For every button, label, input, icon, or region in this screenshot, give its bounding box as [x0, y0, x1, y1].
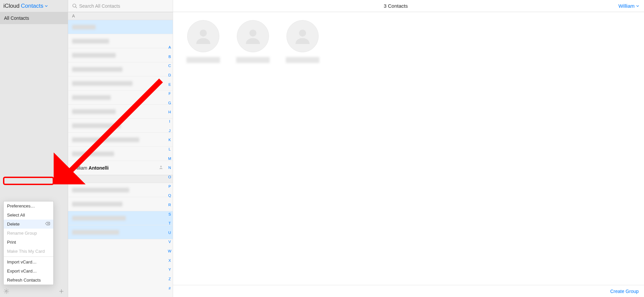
alpha-index-letter[interactable]: Y [168, 268, 171, 272]
redacted-name [186, 57, 220, 63]
menu-item-label: Import vCard… [7, 259, 37, 264]
menu-item-label: Refresh Contacts [7, 278, 41, 283]
menu-item-select-all[interactable]: Select All [4, 211, 53, 220]
person-icon [194, 27, 213, 46]
selected-contact-card [286, 20, 319, 63]
alpha-index-letter[interactable]: F [168, 92, 171, 96]
redacted-name [72, 137, 139, 142]
alpha-index-letter[interactable]: # [168, 287, 171, 290]
contact-row[interactable] [68, 105, 173, 119]
chevron-down-icon [636, 4, 639, 8]
alpha-index-letter[interactable]: E [168, 83, 171, 86]
redacted-name [72, 188, 129, 192]
menu-item-preferences[interactable]: Preferences… [4, 201, 53, 211]
alpha-index-letter[interactable]: C [168, 64, 171, 68]
contact-row[interactable] [68, 225, 173, 239]
menu-item-label: Rename Group [7, 231, 37, 236]
alpha-index-letter[interactable]: R [168, 203, 171, 207]
contact-row[interactable] [68, 147, 173, 161]
alpha-index-letter[interactable]: K [168, 138, 171, 142]
sidebar-toolbar [0, 286, 68, 297]
alpha-index-letter[interactable]: H [168, 110, 171, 114]
menu-item-label: Export vCard… [7, 269, 37, 274]
settings-button[interactable] [3, 288, 9, 294]
alpha-index-letter[interactable]: A [168, 46, 171, 49]
avatar-placeholder [237, 20, 269, 52]
search-bar[interactable] [68, 0, 173, 12]
gear-icon [3, 288, 9, 294]
alpha-index-letter[interactable]: U [168, 231, 171, 235]
alpha-index-letter[interactable]: W [168, 249, 171, 253]
contact-list[interactable]: AWilliamAntonelliB [68, 12, 173, 297]
app-switcher[interactable]: Contacts [21, 3, 48, 9]
redacted-name [72, 123, 121, 128]
redacted-name [72, 230, 119, 235]
alpha-index-letter[interactable]: M [168, 157, 171, 161]
redacted-name [72, 202, 122, 206]
alpha-index-letter[interactable]: P [168, 185, 171, 188]
svg-point-2 [6, 291, 7, 292]
section-header: A [68, 12, 173, 20]
alpha-index-letter[interactable]: X [168, 259, 171, 262]
menu-item-delete[interactable]: Delete [4, 220, 53, 229]
alpha-index-letter[interactable]: B [168, 55, 171, 59]
contact-last-name: Antonelli [89, 165, 109, 171]
sidebar: All Contacts Preferences…Select AllDelet… [0, 12, 68, 297]
selected-contact-card [186, 20, 220, 63]
alpha-index-letter[interactable]: T [168, 222, 171, 225]
contact-row[interactable] [68, 62, 173, 76]
redacted-name [72, 216, 126, 221]
account-menu[interactable]: William [619, 0, 644, 12]
alpha-index-letter[interactable]: J [168, 129, 171, 133]
brand-area: iCloud Contacts [0, 0, 68, 12]
avatar-placeholder [286, 20, 319, 52]
redacted-name [286, 57, 319, 63]
settings-menu: Preferences…Select AllDeleteRename Group… [3, 201, 54, 285]
contact-row[interactable] [68, 211, 173, 225]
alpha-index-letter[interactable]: D [168, 73, 171, 77]
alpha-index-letter[interactable]: G [168, 101, 171, 105]
alpha-index-letter[interactable]: V [168, 240, 171, 244]
contact-row[interactable] [68, 183, 173, 197]
plus-icon [58, 288, 64, 294]
redacted-name [72, 95, 111, 100]
alpha-index-letter[interactable]: Z [168, 277, 171, 281]
menu-item-export-vcard[interactable]: Export vCard… [4, 266, 53, 276]
alpha-index-letter[interactable]: L [168, 147, 171, 151]
menu-item-label: Select All [7, 213, 25, 218]
top-bar: iCloud Contacts 3 Contacts William [0, 0, 644, 12]
contact-row[interactable] [68, 133, 173, 147]
contact-row[interactable] [68, 76, 173, 91]
contact-row[interactable] [68, 197, 173, 211]
alpha-index-letter[interactable]: Q [168, 194, 171, 197]
menu-item-print[interactable]: Print [4, 238, 53, 247]
alpha-index-letter[interactable]: I [168, 120, 171, 123]
alpha-index-letter[interactable]: N [168, 166, 171, 170]
svg-point-0 [73, 4, 76, 7]
menu-item-refresh-contacts[interactable]: Refresh Contacts [4, 276, 53, 285]
contact-row[interactable] [68, 48, 173, 62]
backspace-icon [45, 222, 50, 227]
chevron-down-icon [45, 4, 48, 8]
contact-row[interactable]: WilliamAntonelli [68, 161, 173, 175]
contact-list-column: AWilliamAntonelliB ABCDEFGHIJKLMNOPQRSTU… [68, 12, 173, 297]
menu-separator [4, 256, 53, 257]
contact-row[interactable] [68, 91, 173, 105]
brand-contacts-label: Contacts [21, 3, 43, 9]
add-button[interactable] [58, 288, 64, 294]
contact-row[interactable] [68, 20, 173, 34]
contact-row[interactable] [68, 119, 173, 133]
create-group-button[interactable]: Create Group [610, 289, 639, 294]
alpha-index-letter[interactable]: O [168, 175, 171, 179]
redacted-name [72, 53, 116, 58]
contact-row[interactable] [68, 34, 173, 48]
me-card-icon [159, 165, 163, 171]
alpha-index-letter[interactable]: S [168, 213, 171, 216]
menu-item-label: Delete [7, 222, 20, 227]
svg-point-5 [250, 29, 257, 37]
group-all-contacts[interactable]: All Contacts [0, 12, 68, 24]
menu-item-import-vcard[interactable]: Import vCard… [4, 257, 53, 266]
menu-item-rename-group: Rename Group [4, 229, 53, 238]
search-input[interactable] [79, 3, 173, 9]
person-icon [244, 27, 262, 46]
